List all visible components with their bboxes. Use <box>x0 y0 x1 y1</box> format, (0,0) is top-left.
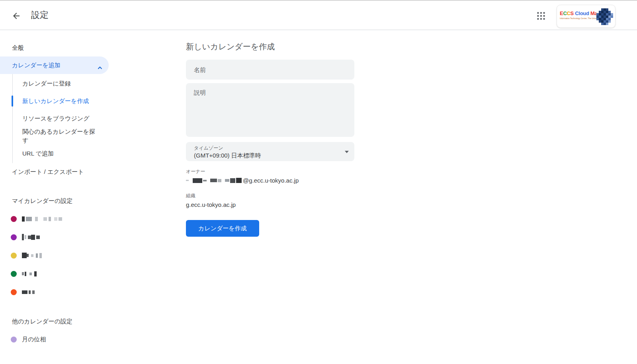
logo-wordmark: ECCS Cloud Mail <box>560 10 598 16</box>
other-calendar-row-moon-phases[interactable]: 月の位相 <box>0 330 119 348</box>
sidebar-item-create-new-calendar[interactable]: 新しいカレンダーを作成 <box>13 92 99 110</box>
sidebar-item-add-from-url[interactable]: URL で追加 <box>13 145 99 162</box>
redacted-calendar-name <box>22 234 40 240</box>
create-calendar-button[interactable]: カレンダーを作成 <box>186 220 259 237</box>
organization-label: 組織 <box>186 193 393 199</box>
timezone-value: (GMT+09:00) 日本標準時 <box>194 152 346 160</box>
calendar-color-dot <box>11 337 17 343</box>
sidebar-item-subscribe-calendar[interactable]: カレンダーに登録 <box>13 75 99 92</box>
calendar-description-input[interactable] <box>186 83 354 137</box>
page-title: 設定 <box>31 1 49 29</box>
my-calendar-row[interactable] <box>0 228 119 246</box>
owner-label: オーナー <box>186 168 393 175</box>
calendar-color-dot <box>11 234 17 240</box>
arrow-left-icon <box>12 16 21 22</box>
redacted-calendar-name <box>22 290 35 294</box>
add-calendar-label: カレンダーを追加 <box>12 62 61 69</box>
back-button[interactable] <box>10 10 22 22</box>
form-title: 新しいカレンダーを作成 <box>186 41 393 52</box>
sidebar-item-general[interactable]: 全般 <box>0 39 119 56</box>
my-calendars-header: マイカレンダーの設定 <box>0 192 119 210</box>
sidebar-item-browse-calendars-of-interest[interactable]: 関心のあるカレンダーを探す <box>13 127 99 145</box>
redacted-owner-email-prefix <box>186 178 242 183</box>
create-calendar-form: 新しいカレンダーを作成 タイムゾーン (GMT+09:00) 日本標準時 オーナ… <box>186 30 393 237</box>
calendar-color-dot <box>11 216 17 222</box>
sidebar-item-add-calendar[interactable]: カレンダーを追加 <box>0 56 109 74</box>
eccs-cloud-mail-logo: ECCS Cloud Mail Information Technology C… <box>560 10 598 19</box>
my-calendar-row[interactable] <box>0 283 119 301</box>
sidebar-item-import-export[interactable]: インポート / エクスポート <box>0 163 119 181</box>
my-calendar-row[interactable] <box>0 246 119 265</box>
header: 設定 ECCS Cloud Mail Information Technolog… <box>0 1 637 30</box>
redacted-calendar-name <box>22 253 42 258</box>
add-calendar-submenu: カレンダーに登録 新しいカレンダーを作成 リソースをブラウジング 関心のあるカレ… <box>12 74 119 163</box>
sidebar-item-browse-resources[interactable]: リソースをブラウジング <box>13 110 99 127</box>
owner-email-domain: @g.ecc.u-tokyo.ac.jp <box>243 176 299 185</box>
organization-value: g.ecc.u-tokyo.ac.jp <box>186 200 393 209</box>
calendar-name-input[interactable] <box>186 60 354 80</box>
owner-value: @g.ecc.u-tokyo.ac.jp <box>186 176 393 185</box>
apps-grid-icon <box>536 16 546 22</box>
timezone-label: タイムゾーン <box>194 145 346 151</box>
my-calendar-row[interactable] <box>0 210 119 228</box>
chevron-up-icon <box>98 64 102 70</box>
calendar-settings-page: 設定 ECCS Cloud Mail Information Technolog… <box>0 0 637 364</box>
other-calendars-header: 他のカレンダーの設定 <box>0 313 119 330</box>
account-logo-card[interactable]: ECCS Cloud Mail Information Technology C… <box>557 5 616 28</box>
calendar-color-dot <box>11 253 17 259</box>
dropdown-caret-icon <box>345 151 349 153</box>
calendar-color-dot <box>11 271 17 277</box>
redacted-calendar-name <box>22 271 37 276</box>
logo-word-cloud: Cloud <box>574 10 590 16</box>
sidebar: 全般 カレンダーを追加 カレンダーに登録 新しいカレンダーを作成 リソースをブラ… <box>0 31 119 348</box>
apps-grid-button[interactable] <box>535 10 547 22</box>
logo-letter: S <box>571 10 574 16</box>
logo-letter: C <box>567 10 570 16</box>
avatar[interactable] <box>596 8 613 25</box>
my-calendar-row[interactable] <box>0 265 119 283</box>
calendar-name: 月の位相 <box>22 336 46 343</box>
calendar-color-dot <box>11 289 17 295</box>
redacted-calendar-name <box>22 216 62 222</box>
timezone-select[interactable]: タイムゾーン (GMT+09:00) 日本標準時 <box>186 142 354 161</box>
logo-subtitle: Information Technology Center, The Unive… <box>560 17 598 19</box>
